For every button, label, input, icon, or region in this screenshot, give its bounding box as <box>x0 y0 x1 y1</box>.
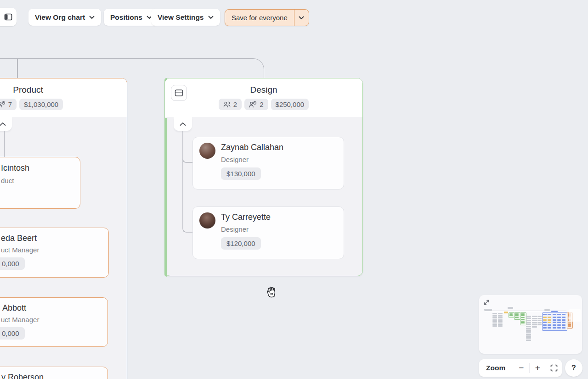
open-roles-count: 7 <box>8 100 12 108</box>
salary-badge: 0,000 <box>0 327 25 340</box>
department-card-product[interactable]: Product 7 $1,030,000 <box>0 78 127 379</box>
department-card-design[interactable]: Design 2 <box>164 78 363 276</box>
department-detail-button[interactable] <box>171 85 187 101</box>
employee-role: duct <box>1 177 14 184</box>
help-button[interactable]: ? <box>565 359 582 377</box>
department-badges: 7 $1,030,000 <box>0 99 127 110</box>
salary-badge: 0,000 <box>0 257 25 270</box>
people-count-badge: 2 <box>219 99 242 110</box>
employee-card[interactable]: eda Beert uct Manager 0,000 <box>0 228 109 278</box>
employee-role: uct Manager <box>1 316 39 323</box>
collapse-button[interactable] <box>0 117 12 131</box>
open-roles-count: 2 <box>260 100 263 108</box>
employee-name: Ty Carreyette <box>221 212 271 222</box>
chevron-down-icon <box>208 16 214 19</box>
salary-badge: $120,000 <box>221 237 261 250</box>
employee-role: Designer <box>221 225 249 233</box>
employee-name: Icintosh <box>1 163 29 173</box>
chevron-up-icon <box>180 122 186 126</box>
people-icon <box>223 101 231 108</box>
save-label: Save for everyone <box>232 14 288 22</box>
chevron-down-icon <box>299 16 304 20</box>
fit-to-screen-button[interactable] <box>546 359 562 377</box>
employee-name: Abbott <box>2 303 26 313</box>
org-chart-canvas[interactable]: View Org chart Positions View Settings S… <box>0 0 588 379</box>
chevron-up-icon <box>0 122 6 126</box>
avatar <box>199 143 215 159</box>
chevron-down-icon <box>89 16 95 19</box>
open-roles-badge: 2 <box>244 99 268 110</box>
tree-connector-line <box>0 58 264 79</box>
menu-view-org-chart[interactable]: View Org chart <box>28 9 101 26</box>
people-count: 2 <box>233 100 237 108</box>
zoom-in-button[interactable]: + <box>530 359 546 377</box>
department-badges: 2 2 $250,000 <box>165 99 362 110</box>
employee-name: eda Beert <box>1 234 37 243</box>
card-panel-icon <box>175 89 183 97</box>
budget-value: $250,000 <box>276 100 305 108</box>
menu-positions[interactable]: Positions <box>104 9 158 26</box>
collapse-button[interactable] <box>174 117 192 131</box>
menu-label: View Org chart <box>35 13 85 22</box>
employee-name: y Roberson <box>1 373 44 379</box>
budget-value: $1,030,000 <box>24 100 58 108</box>
employee-role: Designer <box>221 156 249 163</box>
department-header: Design 2 <box>165 78 362 118</box>
employee-card[interactable]: Icintosh duct <box>0 157 80 209</box>
person-clock-icon <box>0 101 6 108</box>
minimap-chart[interactable] <box>479 295 582 354</box>
grab-cursor <box>266 285 277 298</box>
tree-connector-line <box>17 59 18 78</box>
save-for-everyone-split-button[interactable]: Save for everyone <box>225 9 309 26</box>
zoom-out-button[interactable]: − <box>513 359 529 377</box>
minimap-panel[interactable] <box>479 295 582 354</box>
employee-card[interactable]: y Roberson <box>0 367 108 379</box>
menu-label: View Settings <box>158 13 204 22</box>
save-options-dropdown-button[interactable] <box>294 10 309 26</box>
open-roles-badge: 7 <box>0 99 17 110</box>
employee-role: uct Manager <box>1 246 39 254</box>
department-title: Product <box>0 85 127 95</box>
budget-badge: $1,030,000 <box>19 99 63 110</box>
zoom-label: Zoom <box>479 364 513 372</box>
menu-view-settings[interactable]: View Settings <box>151 9 220 26</box>
zoom-toolbar: Zoom − + <box>479 359 562 377</box>
avatar <box>199 212 215 229</box>
salary-badge: $130,000 <box>221 167 261 180</box>
person-clock-icon <box>249 101 257 108</box>
department-header: Product 7 $1,030,000 <box>0 78 127 118</box>
employee-name: Zaynab Callahan <box>221 143 283 152</box>
save-for-everyone-button[interactable]: Save for everyone <box>225 10 294 26</box>
tree-connector-line <box>4 131 5 157</box>
budget-badge: $250,000 <box>271 99 309 110</box>
fit-screen-icon <box>550 364 558 372</box>
employee-card[interactable]: Ty Carreyette Designer $120,000 <box>192 206 344 259</box>
sidebar-toggle-button[interactable] <box>0 8 17 26</box>
employee-card[interactable]: Zaynab Callahan Designer $130,000 <box>192 137 344 190</box>
menu-label: Positions <box>110 13 142 22</box>
department-title: Design <box>165 85 362 95</box>
sidebar-panel-icon <box>4 12 13 22</box>
employee-card[interactable]: Abbott uct Manager 0,000 <box>0 297 108 347</box>
